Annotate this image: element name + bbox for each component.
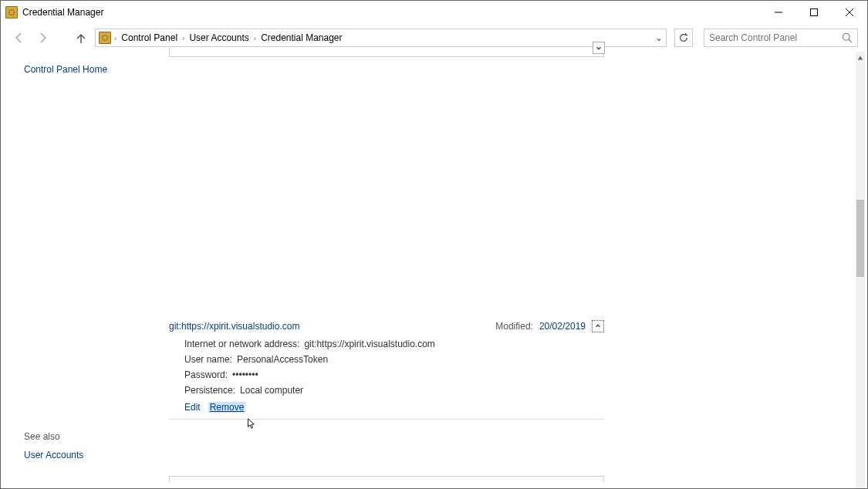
scroll-up-button[interactable] [856, 52, 865, 64]
chevron-right-icon[interactable]: › [182, 34, 184, 42]
breadcrumb-icon [99, 32, 111, 44]
username-label: User name: [184, 354, 232, 365]
up-button[interactable] [72, 29, 90, 47]
window-controls [761, 1, 867, 24]
detail-row-address: Internet or network address: git:https:/… [184, 339, 604, 349]
refresh-button[interactable] [674, 29, 693, 47]
detail-row-username: User name: PersonalAccessToken [184, 354, 604, 365]
collapse-button[interactable] [592, 320, 604, 332]
left-panel: Control Panel Home See also User Account… [1, 52, 163, 488]
persistence-value: Local computer [240, 385, 303, 396]
scrollbar[interactable] [856, 52, 865, 488]
search-box[interactable] [704, 29, 858, 47]
svg-marker-7 [858, 56, 863, 60]
persistence-label: Persistence: [184, 385, 235, 396]
credential-header[interactable]: git:https://xpirit.visualstudio.com Modi… [169, 317, 604, 336]
svg-line-6 [849, 39, 852, 42]
svg-rect-1 [811, 9, 818, 16]
remove-link[interactable]: Remove [208, 402, 246, 413]
close-button[interactable] [832, 1, 867, 24]
password-label: Password: [184, 369, 228, 380]
see-also-label: See also [24, 431, 163, 442]
chevron-right-icon[interactable]: › [254, 34, 256, 42]
minimize-button[interactable] [761, 1, 796, 24]
main-panel: git:https://xpirit.visualstudio.com Modi… [163, 52, 867, 488]
breadcrumb-user-accounts[interactable]: User Accounts [186, 32, 252, 43]
breadcrumb-dropdown[interactable]: ⌄ [652, 32, 666, 43]
back-button[interactable] [10, 29, 29, 47]
collapsed-credential-item-bottom[interactable] [169, 476, 604, 482]
detail-row-password: Password: •••••••• [184, 369, 604, 380]
modified-label: Modified: [495, 321, 533, 332]
credential-actions: Edit Remove [169, 399, 604, 417]
titlebar: Credential Manager [1, 1, 867, 24]
breadcrumb-credential-manager[interactable]: Credential Manager [258, 32, 345, 43]
expand-button[interactable] [593, 42, 605, 54]
credential-item: git:https://xpirit.visualstudio.com Modi… [169, 317, 604, 420]
username-value: PersonalAccessToken [237, 354, 328, 365]
credential-details: Internet or network address: git:https:/… [169, 336, 604, 399]
window-title: Credential Manager [22, 7, 103, 18]
search-icon [842, 32, 853, 43]
cursor-icon [245, 417, 256, 431]
breadcrumb[interactable]: › Control Panel › User Accounts › Creden… [95, 29, 667, 47]
detail-row-persistence: Persistence: Local computer [184, 385, 604, 396]
maximize-button[interactable] [796, 1, 832, 24]
forward-button[interactable] [33, 29, 52, 47]
password-value: •••••••• [232, 369, 258, 380]
address-value: git:https://xpirit.visualstudio.com [304, 339, 434, 349]
scroll-thumb[interactable] [856, 200, 864, 277]
breadcrumb-control-panel[interactable]: Control Panel [118, 32, 181, 43]
collapsed-credential-item[interactable] [169, 48, 604, 57]
address-label: Internet or network address: [184, 339, 299, 349]
control-panel-home-link[interactable]: Control Panel Home [24, 64, 163, 75]
chevron-right-icon[interactable]: › [114, 34, 117, 42]
search-input[interactable] [709, 32, 842, 43]
edit-link[interactable]: Edit [184, 402, 201, 413]
user-accounts-link[interactable]: User Accounts [24, 450, 163, 460]
modified-date: 20/02/2019 [539, 321, 586, 332]
content-area: Control Panel Home See also User Account… [1, 52, 867, 488]
divider [169, 419, 604, 420]
titlebar-left: Credential Manager [5, 6, 103, 19]
app-icon [5, 6, 18, 19]
credential-title: git:https://xpirit.visualstudio.com [169, 321, 299, 332]
